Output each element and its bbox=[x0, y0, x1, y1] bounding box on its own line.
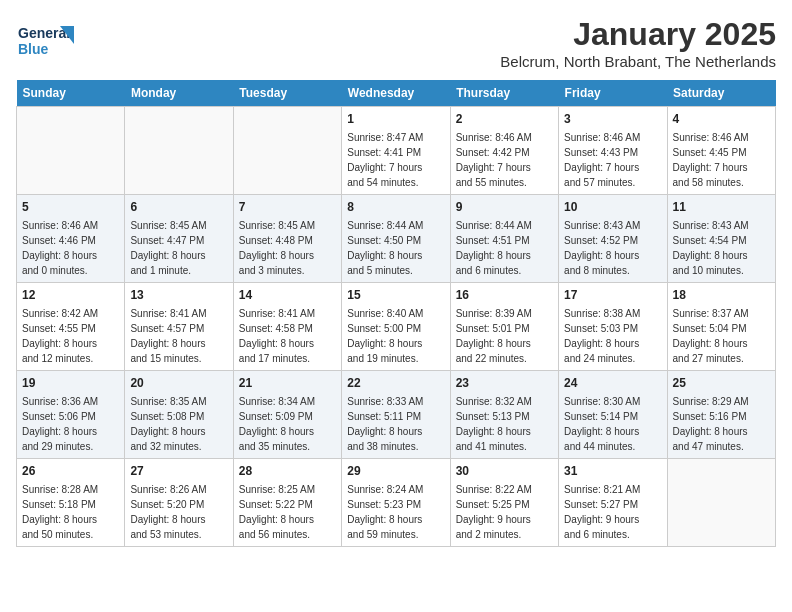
table-row bbox=[233, 107, 341, 195]
day-info: Sunrise: 8:28 AM Sunset: 5:18 PM Dayligh… bbox=[22, 484, 98, 540]
day-info: Sunrise: 8:40 AM Sunset: 5:00 PM Dayligh… bbox=[347, 308, 423, 364]
day-info: Sunrise: 8:34 AM Sunset: 5:09 PM Dayligh… bbox=[239, 396, 315, 452]
table-row: 10Sunrise: 8:43 AM Sunset: 4:52 PM Dayli… bbox=[559, 195, 667, 283]
table-row: 25Sunrise: 8:29 AM Sunset: 5:16 PM Dayli… bbox=[667, 371, 775, 459]
calendar-week-row: 5Sunrise: 8:46 AM Sunset: 4:46 PM Daylig… bbox=[17, 195, 776, 283]
table-row: 5Sunrise: 8:46 AM Sunset: 4:46 PM Daylig… bbox=[17, 195, 125, 283]
day-number: 27 bbox=[130, 463, 227, 480]
day-number: 29 bbox=[347, 463, 444, 480]
table-row: 15Sunrise: 8:40 AM Sunset: 5:00 PM Dayli… bbox=[342, 283, 450, 371]
day-info: Sunrise: 8:36 AM Sunset: 5:06 PM Dayligh… bbox=[22, 396, 98, 452]
day-info: Sunrise: 8:46 AM Sunset: 4:43 PM Dayligh… bbox=[564, 132, 640, 188]
day-number: 14 bbox=[239, 287, 336, 304]
day-number: 18 bbox=[673, 287, 770, 304]
table-row: 14Sunrise: 8:41 AM Sunset: 4:58 PM Dayli… bbox=[233, 283, 341, 371]
header-friday: Friday bbox=[559, 80, 667, 107]
logo-icon: General Blue bbox=[16, 16, 76, 66]
day-number: 15 bbox=[347, 287, 444, 304]
table-row: 21Sunrise: 8:34 AM Sunset: 5:09 PM Dayli… bbox=[233, 371, 341, 459]
day-info: Sunrise: 8:41 AM Sunset: 4:58 PM Dayligh… bbox=[239, 308, 315, 364]
day-info: Sunrise: 8:44 AM Sunset: 4:50 PM Dayligh… bbox=[347, 220, 423, 276]
header-wednesday: Wednesday bbox=[342, 80, 450, 107]
table-row: 6Sunrise: 8:45 AM Sunset: 4:47 PM Daylig… bbox=[125, 195, 233, 283]
day-info: Sunrise: 8:44 AM Sunset: 4:51 PM Dayligh… bbox=[456, 220, 532, 276]
calendar-week-row: 19Sunrise: 8:36 AM Sunset: 5:06 PM Dayli… bbox=[17, 371, 776, 459]
day-number: 9 bbox=[456, 199, 553, 216]
day-number: 24 bbox=[564, 375, 661, 392]
day-info: Sunrise: 8:26 AM Sunset: 5:20 PM Dayligh… bbox=[130, 484, 206, 540]
day-info: Sunrise: 8:30 AM Sunset: 5:14 PM Dayligh… bbox=[564, 396, 640, 452]
table-row: 29Sunrise: 8:24 AM Sunset: 5:23 PM Dayli… bbox=[342, 459, 450, 547]
table-row: 4Sunrise: 8:46 AM Sunset: 4:45 PM Daylig… bbox=[667, 107, 775, 195]
day-number: 8 bbox=[347, 199, 444, 216]
header-sunday: Sunday bbox=[17, 80, 125, 107]
day-number: 11 bbox=[673, 199, 770, 216]
table-row: 22Sunrise: 8:33 AM Sunset: 5:11 PM Dayli… bbox=[342, 371, 450, 459]
day-info: Sunrise: 8:25 AM Sunset: 5:22 PM Dayligh… bbox=[239, 484, 315, 540]
day-info: Sunrise: 8:47 AM Sunset: 4:41 PM Dayligh… bbox=[347, 132, 423, 188]
table-row bbox=[667, 459, 775, 547]
day-number: 26 bbox=[22, 463, 119, 480]
day-number: 3 bbox=[564, 111, 661, 128]
day-info: Sunrise: 8:21 AM Sunset: 5:27 PM Dayligh… bbox=[564, 484, 640, 540]
table-row: 2Sunrise: 8:46 AM Sunset: 4:42 PM Daylig… bbox=[450, 107, 558, 195]
title-block: January 2025 Belcrum, North Brabant, The… bbox=[500, 16, 776, 70]
table-row: 31Sunrise: 8:21 AM Sunset: 5:27 PM Dayli… bbox=[559, 459, 667, 547]
day-info: Sunrise: 8:29 AM Sunset: 5:16 PM Dayligh… bbox=[673, 396, 749, 452]
table-row: 27Sunrise: 8:26 AM Sunset: 5:20 PM Dayli… bbox=[125, 459, 233, 547]
day-number: 31 bbox=[564, 463, 661, 480]
calendar-table: Sunday Monday Tuesday Wednesday Thursday… bbox=[16, 80, 776, 547]
day-number: 7 bbox=[239, 199, 336, 216]
header-thursday: Thursday bbox=[450, 80, 558, 107]
table-row: 1Sunrise: 8:47 AM Sunset: 4:41 PM Daylig… bbox=[342, 107, 450, 195]
day-info: Sunrise: 8:41 AM Sunset: 4:57 PM Dayligh… bbox=[130, 308, 206, 364]
day-number: 19 bbox=[22, 375, 119, 392]
calendar-week-row: 1Sunrise: 8:47 AM Sunset: 4:41 PM Daylig… bbox=[17, 107, 776, 195]
day-info: Sunrise: 8:24 AM Sunset: 5:23 PM Dayligh… bbox=[347, 484, 423, 540]
calendar-location: Belcrum, North Brabant, The Netherlands bbox=[500, 53, 776, 70]
day-info: Sunrise: 8:46 AM Sunset: 4:42 PM Dayligh… bbox=[456, 132, 532, 188]
day-info: Sunrise: 8:35 AM Sunset: 5:08 PM Dayligh… bbox=[130, 396, 206, 452]
calendar-week-row: 12Sunrise: 8:42 AM Sunset: 4:55 PM Dayli… bbox=[17, 283, 776, 371]
day-number: 1 bbox=[347, 111, 444, 128]
weekday-header-row: Sunday Monday Tuesday Wednesday Thursday… bbox=[17, 80, 776, 107]
table-row: 19Sunrise: 8:36 AM Sunset: 5:06 PM Dayli… bbox=[17, 371, 125, 459]
day-info: Sunrise: 8:33 AM Sunset: 5:11 PM Dayligh… bbox=[347, 396, 423, 452]
day-info: Sunrise: 8:43 AM Sunset: 4:52 PM Dayligh… bbox=[564, 220, 640, 276]
table-row: 13Sunrise: 8:41 AM Sunset: 4:57 PM Dayli… bbox=[125, 283, 233, 371]
day-info: Sunrise: 8:45 AM Sunset: 4:47 PM Dayligh… bbox=[130, 220, 206, 276]
day-info: Sunrise: 8:42 AM Sunset: 4:55 PM Dayligh… bbox=[22, 308, 98, 364]
day-number: 17 bbox=[564, 287, 661, 304]
day-info: Sunrise: 8:22 AM Sunset: 5:25 PM Dayligh… bbox=[456, 484, 532, 540]
day-info: Sunrise: 8:43 AM Sunset: 4:54 PM Dayligh… bbox=[673, 220, 749, 276]
table-row bbox=[17, 107, 125, 195]
day-number: 23 bbox=[456, 375, 553, 392]
day-info: Sunrise: 8:32 AM Sunset: 5:13 PM Dayligh… bbox=[456, 396, 532, 452]
day-number: 20 bbox=[130, 375, 227, 392]
day-info: Sunrise: 8:38 AM Sunset: 5:03 PM Dayligh… bbox=[564, 308, 640, 364]
day-number: 6 bbox=[130, 199, 227, 216]
day-number: 10 bbox=[564, 199, 661, 216]
day-info: Sunrise: 8:46 AM Sunset: 4:46 PM Dayligh… bbox=[22, 220, 98, 276]
table-row: 8Sunrise: 8:44 AM Sunset: 4:50 PM Daylig… bbox=[342, 195, 450, 283]
day-number: 25 bbox=[673, 375, 770, 392]
calendar-week-row: 26Sunrise: 8:28 AM Sunset: 5:18 PM Dayli… bbox=[17, 459, 776, 547]
table-row: 23Sunrise: 8:32 AM Sunset: 5:13 PM Dayli… bbox=[450, 371, 558, 459]
day-number: 22 bbox=[347, 375, 444, 392]
svg-text:Blue: Blue bbox=[18, 41, 49, 57]
day-info: Sunrise: 8:46 AM Sunset: 4:45 PM Dayligh… bbox=[673, 132, 749, 188]
table-row: 24Sunrise: 8:30 AM Sunset: 5:14 PM Dayli… bbox=[559, 371, 667, 459]
page-header: General Blue January 2025 Belcrum, North… bbox=[16, 16, 776, 70]
table-row: 3Sunrise: 8:46 AM Sunset: 4:43 PM Daylig… bbox=[559, 107, 667, 195]
table-row: 28Sunrise: 8:25 AM Sunset: 5:22 PM Dayli… bbox=[233, 459, 341, 547]
table-row: 26Sunrise: 8:28 AM Sunset: 5:18 PM Dayli… bbox=[17, 459, 125, 547]
header-tuesday: Tuesday bbox=[233, 80, 341, 107]
header-saturday: Saturday bbox=[667, 80, 775, 107]
calendar-title: January 2025 bbox=[500, 16, 776, 53]
day-number: 21 bbox=[239, 375, 336, 392]
table-row: 20Sunrise: 8:35 AM Sunset: 5:08 PM Dayli… bbox=[125, 371, 233, 459]
table-row bbox=[125, 107, 233, 195]
day-number: 13 bbox=[130, 287, 227, 304]
day-number: 2 bbox=[456, 111, 553, 128]
table-row: 18Sunrise: 8:37 AM Sunset: 5:04 PM Dayli… bbox=[667, 283, 775, 371]
